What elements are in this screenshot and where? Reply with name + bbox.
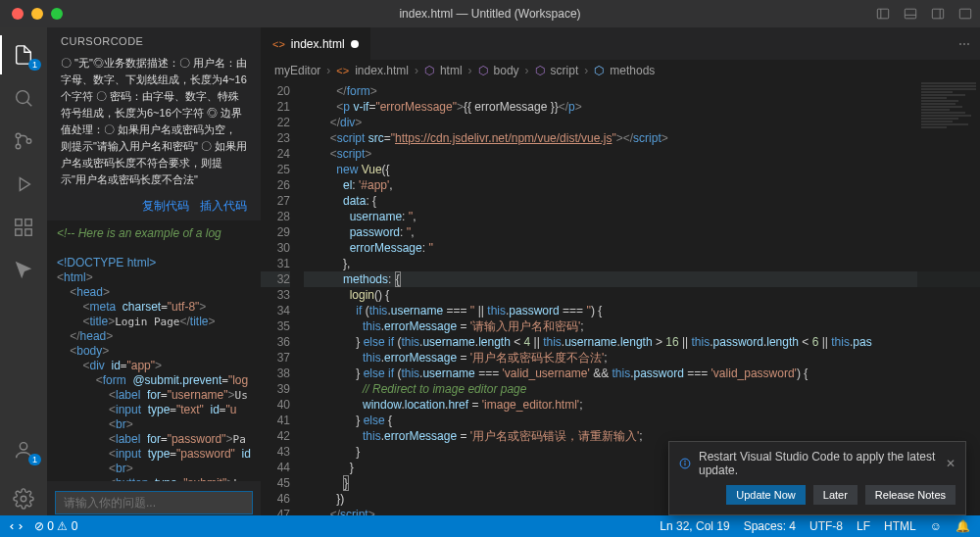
side-panel: CURSORCODE 〇 "无"◎业务数据描述：〇 用户名：由字母、数字、下划线… xyxy=(47,27,261,522)
window-title: index.html — Untitled (Workspace) xyxy=(399,7,580,21)
explorer-icon[interactable]: 1 xyxy=(0,35,47,74)
toggle-panel-icon[interactable] xyxy=(904,7,917,21)
minimize-window[interactable] xyxy=(31,8,43,20)
release-notes-button[interactable]: Release Notes xyxy=(865,485,956,505)
extensions-icon[interactable] xyxy=(0,208,47,247)
svg-point-18 xyxy=(21,496,26,502)
requirements-text: 〇 "无"◎业务数据描述：〇 用户名：由字母、数字、下划线组成，长度为4~16个… xyxy=(47,51,261,198)
insert-code-link[interactable]: 插入代码 xyxy=(200,199,247,213)
copy-code-link[interactable]: 复制代码 xyxy=(142,199,189,213)
svg-rect-16 xyxy=(25,229,31,235)
close-window[interactable] xyxy=(12,8,24,20)
svg-line-8 xyxy=(27,102,32,107)
svg-point-9 xyxy=(16,133,21,138)
bell-icon[interactable]: 🔔 xyxy=(956,519,970,533)
toggle-right-icon[interactable] xyxy=(931,7,945,21)
toggle-sidebar-icon[interactable] xyxy=(876,7,890,21)
language[interactable]: HTML xyxy=(884,519,916,533)
eol[interactable]: LF xyxy=(857,519,870,533)
layout-icon[interactable] xyxy=(958,7,972,21)
settings-icon[interactable] xyxy=(0,479,47,518)
svg-rect-13 xyxy=(16,220,22,225)
window-controls xyxy=(0,8,63,20)
maximize-window[interactable] xyxy=(51,8,63,20)
indent[interactable]: Spaces: 4 xyxy=(744,519,796,533)
svg-rect-4 xyxy=(932,9,943,19)
svg-rect-0 xyxy=(877,9,888,19)
tab-bar: <> index.html ⋯ xyxy=(261,27,980,60)
title-bar: index.html — Untitled (Workspace) xyxy=(0,0,980,27)
svg-rect-14 xyxy=(25,220,31,225)
notification-text: Restart Visual Studio Code to apply the … xyxy=(699,450,938,477)
cursor-position[interactable]: Ln 32, Col 19 xyxy=(660,519,729,533)
svg-point-17 xyxy=(20,443,26,450)
prompt-input[interactable] xyxy=(55,491,253,514)
search-icon[interactable] xyxy=(0,78,47,118)
code-snippet: <!-- Here is an example of a log <!DOCTY… xyxy=(47,220,261,481)
svg-rect-15 xyxy=(16,229,22,235)
remote-icon[interactable] xyxy=(10,519,23,533)
svg-point-7 xyxy=(17,91,29,104)
update-now-button[interactable]: Update Now xyxy=(726,485,806,505)
svg-rect-6 xyxy=(959,9,970,19)
svg-point-10 xyxy=(16,144,21,149)
tab-label: index.html xyxy=(291,37,345,51)
info-icon xyxy=(679,457,691,470)
cursor-icon[interactable] xyxy=(0,251,47,290)
dirty-indicator-icon xyxy=(351,40,359,48)
status-bar: ⊘ 0 ⚠ 0 Ln 32, Col 19 Spaces: 4 UTF-8 LF… xyxy=(0,515,980,537)
update-notification: Restart Visual Studio Code to apply the … xyxy=(668,441,966,515)
svg-point-21 xyxy=(685,461,686,462)
snippet-actions: 复制代码 插入代码 xyxy=(47,198,261,220)
problems[interactable]: ⊘ 0 ⚠ 0 xyxy=(34,519,77,533)
breadcrumbs[interactable]: myEditor› <>index.html› ⬡html› ⬡body› ⬡s… xyxy=(261,60,980,81)
close-icon[interactable]: ✕ xyxy=(946,457,956,470)
svg-point-11 xyxy=(26,139,31,144)
debug-icon[interactable] xyxy=(0,165,47,204)
svg-marker-12 xyxy=(20,178,29,191)
source-control-icon[interactable] xyxy=(0,122,47,161)
html-file-icon: <> xyxy=(272,38,285,50)
activity-bar: 1 1 xyxy=(0,27,47,522)
layout-icons xyxy=(876,7,972,21)
svg-rect-2 xyxy=(905,9,915,19)
account-icon[interactable]: 1 xyxy=(0,430,47,469)
tab-index-html[interactable]: <> index.html xyxy=(261,27,371,60)
line-numbers: 2021222324252627282930313233343536373839… xyxy=(261,81,304,522)
later-button[interactable]: Later xyxy=(813,485,858,505)
feedback-icon[interactable]: ☺ xyxy=(930,519,942,533)
more-icon[interactable]: ⋯ xyxy=(958,37,970,51)
encoding[interactable]: UTF-8 xyxy=(809,519,843,533)
panel-title: CURSORCODE xyxy=(47,27,261,51)
